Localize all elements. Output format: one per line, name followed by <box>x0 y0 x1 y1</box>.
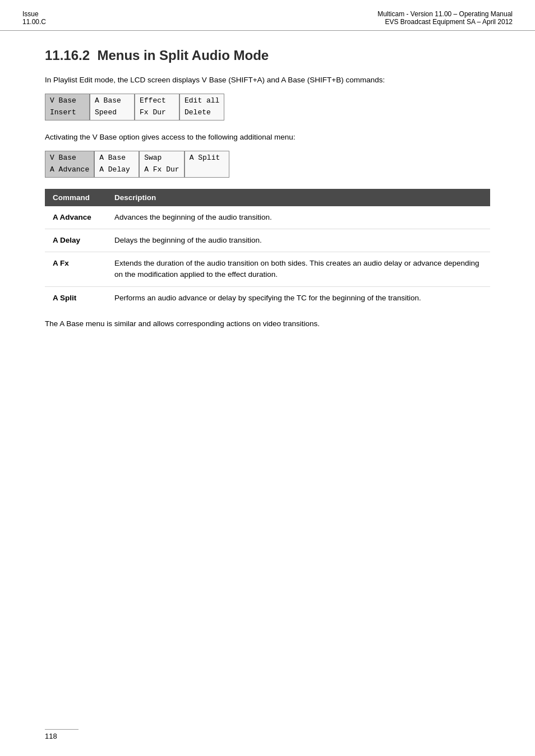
header-issue-label: Issue <box>22 10 46 18</box>
page-content: 11.16.2 Menus in Split Audio Mode In Pla… <box>0 31 535 360</box>
header-subtitle: EVS Broadcast Equipment SA – April 2012 <box>377 18 513 26</box>
table-cell-description: Advances the beginning of the audio tran… <box>107 206 490 229</box>
header-right: Multicam - Version 11.00 – Operating Man… <box>377 10 513 26</box>
menu-cell-line: V Base <box>50 95 85 107</box>
table-cell-command: A Fx <box>45 252 107 287</box>
menu-cell-line: A Split <box>190 152 224 164</box>
page-header: Issue 11.00.C Multicam - Version 11.00 –… <box>0 0 535 31</box>
table-cell-description: Extends the duration of the audio transi… <box>107 252 490 287</box>
menu-cell-line: Effect <box>140 95 174 107</box>
command-table: Command Description A AdvanceAdvances th… <box>45 189 490 309</box>
menu-cell-line: A Base <box>95 95 130 107</box>
section-title: 11.16.2 Menus in Split Audio Mode <box>45 48 490 63</box>
menu-cell-line: A Advance <box>50 164 89 176</box>
menu-cell-line: Insert <box>50 107 85 119</box>
table-cell-command: A Advance <box>45 206 107 229</box>
table-cell-description: Delays the beginning of the audio transi… <box>107 229 490 252</box>
menu-cell-line: Fx Dur <box>140 107 174 119</box>
menu-cell: A BaseA Delay <box>94 151 139 178</box>
menu-cell-line: Speed <box>95 107 130 119</box>
table-row: A FxExtends the duration of the audio tr… <box>45 252 490 287</box>
menu-cell: SwapA Fx Dur <box>139 151 184 178</box>
menu2: V BaseA AdvanceA BaseA DelaySwapA Fx Dur… <box>45 151 490 178</box>
menu-cell: A BaseSpeed <box>90 94 135 120</box>
table-header-description: Description <box>107 189 490 206</box>
intro-text: In Playlist Edit mode, the LCD screen di… <box>45 75 490 86</box>
header-left: Issue 11.00.C <box>22 10 46 26</box>
menu-cell: EffectFx Dur <box>135 94 179 120</box>
table-row: A SplitPerforms an audio advance or dela… <box>45 286 490 309</box>
footer-text: The A Base menu is similar and allows co… <box>45 318 490 330</box>
menu-cell: Edit allDelete <box>179 94 224 120</box>
vbase-text: Activating the V Base option gives acces… <box>45 132 490 143</box>
menu-cell-line: Delete <box>185 107 219 119</box>
header-title: Multicam - Version 11.00 – Operating Man… <box>377 10 513 18</box>
table-header-command: Command <box>45 189 107 206</box>
section-number: 11.16.2 <box>45 48 90 63</box>
menu-cell-line: A Fx Dur <box>144 164 179 176</box>
menu-cell-line: Swap <box>144 152 179 164</box>
menu-cell-line: A Delay <box>99 164 134 176</box>
table-cell-command: A Delay <box>45 229 107 252</box>
menu1: V BaseInsertA BaseSpeedEffectFx DurEdit … <box>45 94 490 120</box>
header-issue-number: 11.00.C <box>22 18 46 26</box>
table-row: A AdvanceAdvances the beginning of the a… <box>45 206 490 229</box>
menu-cell: A Split <box>185 151 229 178</box>
menu-cell-line: V Base <box>50 152 89 164</box>
menu-cell: V BaseInsert <box>45 94 90 120</box>
menu-cell-line: Edit all <box>185 95 219 107</box>
table-cell-command: A Split <box>45 286 107 309</box>
menu-cell-line: A Base <box>99 152 134 164</box>
menu-cell: V BaseA Advance <box>45 151 94 178</box>
page-number: 118 <box>45 729 79 740</box>
table-cell-description: Performs an audio advance or delay by sp… <box>107 286 490 309</box>
section-name: Menus in Split Audio Mode <box>97 48 269 63</box>
table-row: A DelayDelays the beginning of the audio… <box>45 229 490 252</box>
